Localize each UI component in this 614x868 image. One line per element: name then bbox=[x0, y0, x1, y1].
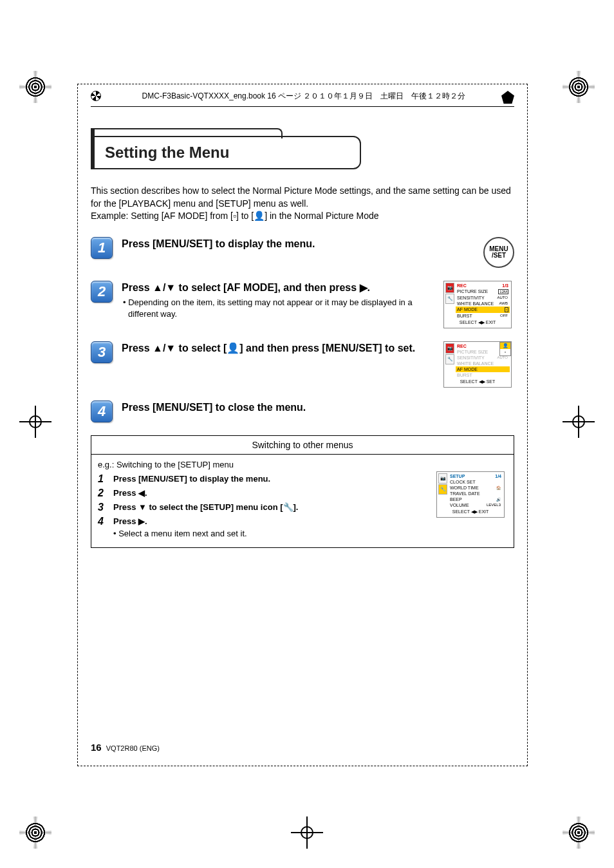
step-title: Press ▲/▼ to select [👤] and then press [… bbox=[122, 341, 434, 355]
crop-mark-icon bbox=[563, 816, 595, 849]
switching-title: Switching to other menus bbox=[91, 436, 514, 455]
lcd-screenshot-setup: 📷 🔧 SETUP1/4 CLOCK SET WORLD TIME🏠 TRAVE… bbox=[436, 471, 505, 518]
crop-mark-icon bbox=[19, 816, 51, 849]
lcd-item-label: AF MODE bbox=[457, 307, 478, 312]
switch-step-main: Press ▶. bbox=[113, 516, 147, 526]
switch-step-text: Press ◀. bbox=[113, 487, 147, 499]
step-title: Press [MENU/SET] to display the menu. bbox=[122, 237, 434, 251]
switch-step-text: Press ▼ to select the [SETUP] menu icon … bbox=[113, 502, 298, 513]
page-frame: DMC-F3Basic-VQTXXXX_eng.book 16 ページ ２０１０… bbox=[77, 84, 528, 766]
lcd-item-label: PICTURE SIZE bbox=[457, 289, 488, 294]
step-title: Press ▲/▼ to select [AF MODE], and then … bbox=[122, 281, 434, 295]
lcd-tab-wrench-icon: 🔧 bbox=[445, 354, 454, 364]
lcd-item-label: TRAVEL DATE bbox=[450, 491, 480, 496]
lcd-tab-wrench-icon: 🔧 bbox=[438, 484, 447, 495]
lcd-footer: SELECT ◀▶ EXIT bbox=[438, 508, 503, 516]
book-info-text: DMC-F3Basic-VQTXXXX_eng.book 16 ページ ２０１０… bbox=[142, 91, 466, 100]
switching-example: e.g.: Switching to the [SETUP] menu bbox=[98, 460, 427, 469]
switch-step-num: 4 bbox=[98, 516, 107, 527]
lcd-item-label: CLOCK SET bbox=[450, 480, 476, 484]
color-wheel-icon bbox=[91, 91, 101, 101]
lcd-item-value: 🏠 bbox=[496, 486, 501, 490]
lcd-page: 1/3 bbox=[502, 283, 508, 288]
lcd-header: REC bbox=[457, 283, 467, 288]
lcd-item-value: AUTO bbox=[496, 355, 508, 359]
lcd-tab-camera-icon: 📷 bbox=[445, 343, 454, 354]
lcd-item-label: SENSITIVITY bbox=[457, 296, 485, 300]
footer-code: VQT2R80 (ENG) bbox=[106, 744, 160, 752]
crop-mark-icon bbox=[563, 71, 595, 103]
step-row: 2 Press ▲/▼ to select [AF MODE], and the… bbox=[91, 281, 514, 328]
step-number-badge: 1 bbox=[91, 237, 113, 259]
step-number-badge: 4 bbox=[91, 401, 113, 422]
switch-step-num: 1 bbox=[98, 473, 107, 485]
lcd-tab-camera-icon: 📷 bbox=[438, 473, 447, 484]
lcd-footer: SELECT ◀▶ SET bbox=[445, 378, 510, 386]
lcd-item-label: BEEP bbox=[450, 497, 462, 502]
lcd-item-label: WHITE BALANCE bbox=[457, 361, 494, 366]
lcd-footer: SELECT ◀▶ EXIT bbox=[445, 319, 510, 326]
lcd-item-value: OFF bbox=[499, 314, 508, 317]
lcd-header: SETUP bbox=[450, 474, 465, 478]
section-title: Setting the Menu bbox=[105, 144, 349, 162]
switch-step: 2 Press ◀. bbox=[98, 487, 427, 499]
lcd-item-value: ▫ bbox=[505, 307, 508, 312]
lcd-item-value: AWB bbox=[499, 301, 508, 305]
lcd-item-value: 🔊 bbox=[496, 497, 501, 502]
crop-mark-icon bbox=[291, 816, 323, 849]
lcd-item-label: SENSITIVITY bbox=[457, 355, 485, 360]
switching-box: Switching to other menus e.g.: Switching… bbox=[91, 435, 514, 548]
lcd-popup-option: 👤 bbox=[500, 343, 510, 349]
intro-line: Example: Setting [AF MODE] from [▫] to [… bbox=[91, 210, 514, 223]
lcd-tab-camera-icon: 📷 bbox=[445, 283, 454, 293]
lcd-item-label: BURST bbox=[457, 314, 472, 318]
section-title-box: Setting the Menu bbox=[91, 136, 361, 169]
lcd-item-value: AUTO bbox=[496, 296, 508, 299]
page-number: 16 bbox=[91, 742, 102, 753]
lcd-tab-wrench-icon: 🔧 bbox=[445, 294, 454, 304]
step-number-badge: 2 bbox=[91, 281, 113, 303]
switch-step: 1 Press [MENU/SET] to display the menu. bbox=[98, 473, 427, 485]
book-header: DMC-F3Basic-VQTXXXX_eng.book 16 ページ ２０１０… bbox=[91, 91, 514, 107]
lcd-screenshot-rec2: 📷 🔧 REC1/3 PICTURE SIZE12M SENSITIVITYAU… bbox=[443, 341, 512, 388]
lcd-header: REC bbox=[457, 344, 467, 348]
lcd-popup: 👤 ▫ bbox=[499, 342, 511, 356]
switch-step-num: 2 bbox=[98, 487, 107, 499]
intro-text: This section describes how to select the… bbox=[91, 185, 514, 223]
lcd-item-label: PICTURE SIZE bbox=[457, 350, 488, 354]
menu-set-button-icon: MENU /SET bbox=[483, 237, 514, 268]
step-row: 4 Press [MENU/SET] to close the menu. bbox=[91, 401, 514, 422]
bookmark-icon bbox=[501, 91, 514, 104]
crop-mark-icon bbox=[19, 406, 51, 438]
step-row: 1 Press [MENU/SET] to display the menu. … bbox=[91, 237, 514, 268]
switch-step: 3 Press ▼ to select the [SETUP] menu ico… bbox=[98, 502, 427, 513]
switch-step-num: 3 bbox=[98, 502, 107, 513]
intro-line: This section describes how to select the… bbox=[91, 185, 514, 210]
lcd-item-label: WORLD TIME bbox=[450, 486, 479, 490]
lcd-item-value: 12M bbox=[498, 289, 508, 294]
lcd-popup-option: ▫ bbox=[500, 349, 510, 355]
crop-mark-icon bbox=[563, 406, 595, 438]
lcd-item-value: LEVEL3 bbox=[486, 503, 501, 507]
lcd-item-label: WHITE BALANCE bbox=[457, 301, 494, 306]
lcd-screenshot-rec1: 📷 🔧 REC1/3 PICTURE SIZE12M SENSITIVITYAU… bbox=[443, 281, 512, 328]
page-footer: 16 VQT2R80 (ENG) bbox=[91, 742, 160, 753]
lcd-item-label: AF MODE bbox=[457, 367, 478, 372]
menu-btn-line2: /SET bbox=[492, 252, 506, 259]
step-note: • Depending on the item, its setting may… bbox=[122, 297, 434, 319]
step-row: 3 Press ▲/▼ to select [👤] and then press… bbox=[91, 341, 514, 388]
lcd-item-label: BURST bbox=[457, 373, 472, 377]
lcd-page: 1/4 bbox=[495, 474, 501, 478]
lcd-item-label: VOLUME bbox=[450, 503, 469, 507]
step-number-badge: 3 bbox=[91, 341, 113, 363]
switch-step-sub: • Select a menu item next and set it. bbox=[113, 528, 247, 540]
switch-step-text: Press [MENU/SET] to display the menu. bbox=[113, 473, 270, 485]
step-title: Press [MENU/SET] to close the menu. bbox=[122, 401, 434, 415]
switch-step: 4 Press ▶. • Select a menu item next and… bbox=[98, 516, 427, 539]
switch-step-text: Press ▶. • Select a menu item next and s… bbox=[113, 516, 247, 539]
crop-mark-icon bbox=[19, 71, 51, 103]
